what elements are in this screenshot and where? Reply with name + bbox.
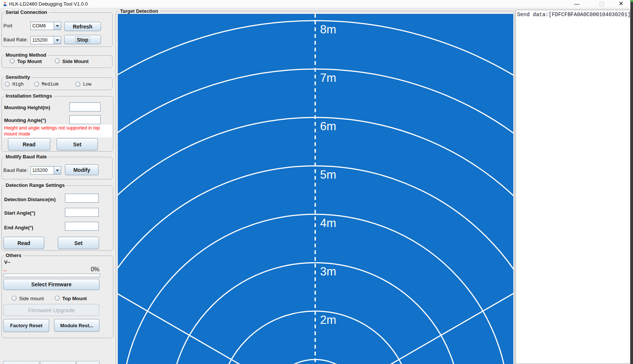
side-mount-label: Side Mount	[62, 59, 89, 64]
send-data-text: Send data:[FDFCFBFA0A0C000104030201]	[516, 10, 630, 18]
baud-rate-label: Baud Rate:	[3, 37, 28, 42]
stop-button[interactable]: Stop	[64, 35, 101, 44]
target-detection-title: Target Detection	[119, 8, 160, 14]
others-top-mount-radio[interactable]	[55, 296, 60, 301]
mounting-height-label: Mounting Height(m)	[4, 105, 50, 110]
group-title: Others	[4, 253, 23, 258]
background-window-edge-highlight	[631, 0, 633, 2]
group-title: Detection Range Settings	[4, 182, 66, 188]
svg-text:4m: 4m	[320, 217, 336, 230]
modify-button[interactable]: Modify	[65, 164, 99, 175]
firmware-upgrade-button: Firmware Upgrade	[3, 304, 99, 316]
group-title: Serial Connection	[4, 9, 49, 15]
upgrade-progress-bar	[3, 274, 100, 277]
group-title: Modify Baud Rate	[4, 154, 48, 159]
svg-text:5m: 5m	[320, 168, 336, 181]
start-angle-field[interactable]	[65, 208, 99, 217]
detection-distance-label: Detection Distance(m)	[4, 197, 56, 202]
mounting-method-group: Mounting Method Top Mount Side Mount	[2, 55, 113, 68]
modify-baud-rate-group: Modify Baud Rate Baud Rate: 115200 Modif…	[2, 157, 113, 179]
chevron-down-icon[interactable]	[54, 167, 61, 174]
port-combobox[interactable]: COM6	[30, 22, 61, 30]
window-title: HLK-LD2460 Debugging Tool V1.0.0	[9, 1, 88, 7]
refresh-button[interactable]: Refresh	[64, 22, 101, 31]
detection-distance-field[interactable]	[65, 194, 99, 203]
sensitivity-high-radio[interactable]	[5, 82, 10, 87]
chevron-down-icon[interactable]	[54, 36, 61, 44]
group-title: Installation Settings	[4, 93, 54, 99]
port-value: COM6	[31, 22, 54, 30]
mounting-angle-label: Mounting Angle(°)	[4, 117, 46, 123]
detection-read-button[interactable]: Read	[3, 237, 44, 249]
sensitivity-low-radio[interactable]	[75, 82, 80, 87]
end-angle-label: End Angle(°)	[4, 225, 33, 230]
firmware-version-text: V--	[4, 259, 11, 265]
modify-baud-value: 115200	[31, 167, 54, 174]
install-set-button[interactable]: Set	[57, 138, 98, 150]
baud-rate-value: 115200	[31, 36, 54, 44]
svg-text:2m: 2m	[320, 313, 336, 326]
mounting-height-field[interactable]	[69, 102, 101, 111]
sensitivity-group: Sensitivity High Medium Low	[2, 77, 113, 90]
svg-text:3m: 3m	[320, 265, 336, 278]
start-angle-label: Start Angle(°)	[4, 210, 35, 216]
progress-percent: 0%	[69, 266, 99, 273]
others-side-mount-radio[interactable]	[12, 296, 17, 301]
sensitivity-medium-label: Medium	[42, 82, 59, 87]
module-restart-button[interactable]: Module Rest...	[54, 319, 99, 332]
sensitivity-medium-radio[interactable]	[34, 82, 39, 87]
minimize-icon[interactable]: —	[570, 0, 583, 8]
maximize-icon[interactable]	[600, 2, 604, 6]
background-window-edge	[630, 0, 633, 364]
top-mount-label: Top Mount	[17, 59, 42, 64]
install-read-button[interactable]: Read	[8, 138, 50, 150]
chevron-down-icon[interactable]	[54, 22, 61, 30]
sensitivity-high-label: High	[12, 82, 24, 87]
end-angle-field[interactable]	[65, 222, 99, 231]
bottom-button-2[interactable]	[40, 361, 76, 364]
detection-range-group: Detection Range Settings Detection Dista…	[2, 185, 113, 251]
factory-reset-button[interactable]: Factory Reset	[3, 319, 49, 332]
group-title: Mounting Method	[4, 52, 48, 58]
modify-baud-label: Baud Rate:	[3, 167, 28, 173]
close-icon[interactable]: ✕	[615, 0, 627, 8]
bottom-button-1[interactable]	[3, 361, 39, 364]
svg-text:6m: 6m	[320, 120, 336, 133]
serial-connection-group: Serial Connection Port COM6 Refresh Baud…	[2, 12, 113, 47]
sensitivity-low-label: Low	[83, 82, 92, 87]
serial-log-textarea[interactable]: Send data:[FDFCFBFA0A0C000104030201]	[516, 10, 630, 364]
select-firmware-button[interactable]: Select Firmware	[3, 279, 99, 290]
top-mount-warning: Height and angle settings not supported …	[3, 125, 112, 137]
detection-set-button[interactable]: Set	[58, 237, 99, 249]
mounting-angle-field[interactable]	[69, 115, 101, 124]
others-side-mount-label: Side mount	[19, 296, 44, 301]
modify-baud-combobox[interactable]: 115200	[30, 166, 61, 174]
java-app-icon	[2, 1, 8, 7]
bottom-button-3[interactable]	[77, 361, 99, 364]
svg-text:8m: 8m	[320, 23, 336, 36]
radar-display: 2m3m4m5m6m7m8m	[118, 14, 513, 364]
svg-text:7m: 7m	[320, 71, 336, 84]
side-mount-radio[interactable]	[55, 59, 60, 63]
firmware-file-text: --	[3, 268, 7, 273]
others-top-mount-label: Top Mount	[62, 296, 87, 301]
title-bar: HLK-LD2460 Debugging Tool V1.0.0 — ✕	[0, 0, 633, 8]
group-title: Sensitivity	[4, 74, 32, 80]
radar-display-area: 2m3m4m5m6m7m8m	[118, 14, 513, 364]
top-mount-radio[interactable]	[10, 59, 15, 63]
baud-rate-combobox[interactable]: 115200	[30, 36, 61, 44]
port-label: Port	[3, 23, 12, 29]
others-group: Others V-- -- 0% Select Firmware Side mo…	[2, 256, 113, 338]
installation-settings-group: Installation Settings Mounting Height(m)…	[2, 96, 113, 152]
